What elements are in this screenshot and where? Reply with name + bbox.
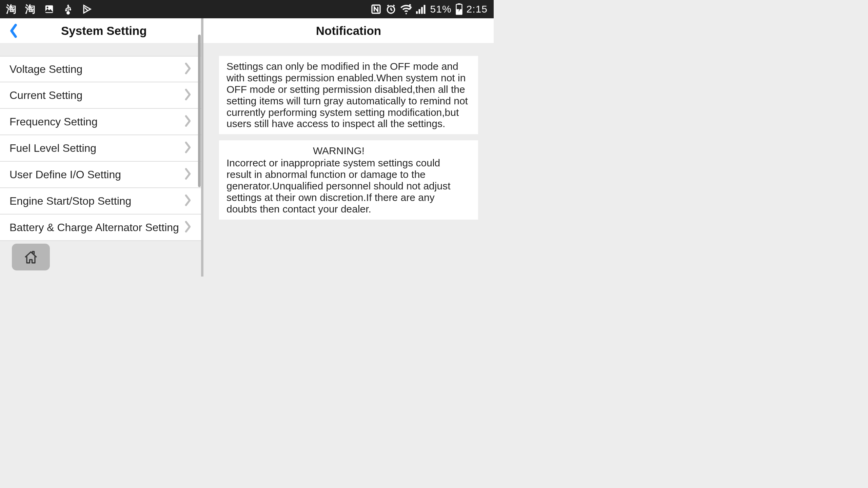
menu-item-label: Voltage Setting: [9, 63, 82, 76]
warning-heading: WARNING!: [226, 145, 451, 157]
menu-item-label: User Define I/O Setting: [9, 168, 121, 181]
battery-charging-icon: [456, 3, 462, 15]
chevron-right-icon: [184, 88, 192, 102]
svg-point-2: [67, 12, 69, 14]
home-button[interactable]: [12, 244, 50, 270]
back-button[interactable]: [7, 22, 20, 39]
taobao-icon: 淘: [6, 2, 16, 16]
alarm-icon: [386, 4, 396, 15]
image-icon: [44, 4, 54, 14]
notification-pane: Notification Settings can only be modifi…: [203, 18, 494, 277]
warning-box: WARNING! Incorrect or inappropriate syst…: [219, 140, 478, 219]
status-right-icons: 51% 2:15: [371, 3, 488, 15]
svg-point-1: [47, 7, 48, 8]
clock-time: 2:15: [467, 3, 488, 15]
svg-rect-10: [423, 5, 425, 14]
menu-item-label: Battery & Charge Alternator Setting: [9, 221, 179, 234]
left-header: System Setting: [0, 18, 201, 43]
menu-item-label: Engine Start/Stop Setting: [9, 195, 131, 207]
warning-text: Incorrect or inappropriate system settin…: [226, 157, 450, 215]
chevron-right-icon: [184, 167, 192, 182]
android-status-bar: 淘 淘 51% 2:15: [0, 0, 494, 18]
chevron-right-icon: [184, 115, 192, 129]
wifi-icon: [400, 4, 412, 14]
scrollbar-thumb[interactable]: [198, 35, 201, 187]
status-left-icons: 淘 淘: [6, 2, 92, 16]
nfc-icon: [371, 4, 381, 15]
menu-item-label: Fuel Level Setting: [9, 142, 96, 155]
taobao-icon: 淘: [25, 2, 35, 16]
right-header: Notification: [203, 18, 494, 43]
svg-rect-8: [418, 9, 420, 14]
menu-item-battery-charge-alternator-setting[interactable]: Battery & Charge Alternator Setting: [0, 215, 201, 241]
chevron-right-icon: [184, 220, 192, 235]
svg-rect-12: [457, 3, 460, 5]
menu-item-user-define-io-setting[interactable]: User Define I/O Setting: [0, 162, 201, 188]
chevron-right-icon: [184, 141, 192, 155]
svg-rect-3: [65, 9, 67, 11]
svg-rect-7: [416, 11, 418, 14]
menu-item-engine-start-stop-setting[interactable]: Engine Start/Stop Setting: [0, 188, 201, 215]
notification-title: Notification: [316, 24, 381, 38]
menu-item-label: Current Setting: [9, 89, 82, 102]
page-title: System Setting: [61, 24, 147, 38]
menu-item-voltage-setting[interactable]: Voltage Setting: [0, 56, 201, 82]
menu-item-current-setting[interactable]: Current Setting: [0, 82, 201, 109]
battery-percent: 51%: [430, 3, 452, 15]
play-store-icon: [82, 4, 92, 14]
notice-text: Settings can only be modified in the OFF…: [226, 61, 468, 129]
chevron-right-icon: [184, 194, 192, 208]
cellular-signal-icon: [416, 4, 426, 14]
menu-item-fuel-level-setting[interactable]: Fuel Level Setting: [0, 135, 201, 162]
usb-icon: [63, 3, 73, 15]
chevron-right-icon: [184, 62, 192, 76]
svg-rect-9: [421, 7, 423, 14]
notice-text-box: Settings can only be modified in the OFF…: [219, 56, 478, 134]
settings-list-pane: System Setting Voltage SettingCurrent Se…: [0, 18, 203, 277]
svg-point-4: [69, 9, 71, 11]
menu-item-label: Frequency Setting: [9, 116, 98, 128]
menu-item-frequency-setting[interactable]: Frequency Setting: [0, 109, 201, 135]
spacer: [0, 43, 201, 56]
